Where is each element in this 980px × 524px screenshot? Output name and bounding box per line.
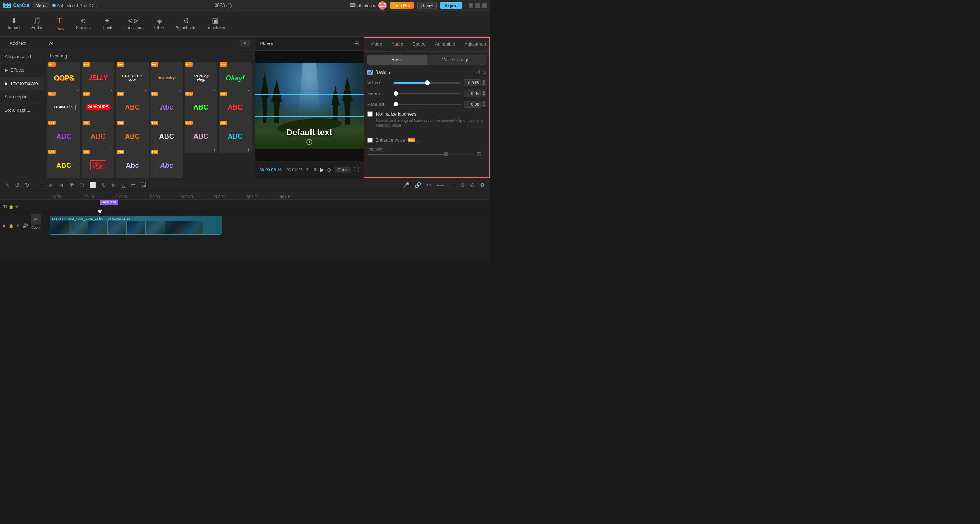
template-tryitnow[interactable]: Pro TRY ITNOW! ⬇ [82, 149, 115, 178]
play-button[interactable]: ▶ [320, 166, 324, 173]
template-abc-yellow[interactable]: Pro ABC ⬇ [47, 149, 80, 178]
normalize-checkbox[interactable] [368, 111, 373, 117]
template-abc-purple2[interactable]: Pro ABC ⬇ [47, 120, 80, 153]
tab-animation[interactable]: Animation [430, 38, 460, 51]
timeline-grid-icon[interactable]: ⊞ [313, 167, 317, 172]
text-template-button[interactable]: ▶ Text template [0, 77, 44, 90]
template-24hours[interactable]: Pro 24 HOURS ⬇ [82, 91, 115, 124]
template-abc-purple3[interactable]: Pro Abc ⬇ [150, 149, 183, 178]
keyframe-button[interactable]: ◇ [483, 70, 486, 75]
filter-button[interactable]: ▼ [240, 40, 250, 47]
options-button[interactable]: ⚙ [478, 181, 487, 189]
shortcuts-button[interactable]: ⌨ Shortcuts [350, 3, 375, 8]
ratio-button[interactable]: Ratio [335, 167, 351, 173]
audio-detach-button[interactable]: ⊖ [468, 181, 477, 189]
minimize-button[interactable]: ─ [469, 3, 473, 8]
template-abc-pink[interactable]: Pro ABC ⬇ [185, 120, 217, 153]
delete-button[interactable]: 🗑 [67, 181, 76, 189]
undo-button[interactable]: ↺ [13, 181, 21, 189]
audio-tab-basic[interactable]: Basic [368, 55, 427, 65]
effects-button[interactable]: ▶ Effects [0, 64, 44, 77]
volume-slider[interactable] [394, 82, 461, 84]
mirror-button[interactable]: ⊳ [109, 181, 118, 189]
tab-audio[interactable]: Audio [387, 38, 408, 51]
toolbar-import[interactable]: ⬇ Import [3, 15, 24, 32]
fade-in-down-btn[interactable]: ▼ [482, 93, 486, 97]
auto-captions-button[interactable]: Auto captio... [0, 90, 44, 104]
template-abc-red2[interactable]: Pro ABC ⬇ [82, 120, 115, 153]
export-button[interactable]: Export [440, 2, 462, 9]
link-button[interactable]: 🔗 [413, 181, 423, 189]
template-coming-up[interactable]: Pro COMING UP... ⬇ [47, 91, 80, 124]
toolbar-stickers[interactable]: ☺ Stickers [72, 15, 95, 32]
template-abc-green[interactable]: Pro ABC ⬇ [185, 91, 217, 124]
template-abc-light[interactable]: Pro Abc ⬇ [116, 149, 149, 178]
flip-button[interactable]: ⇄ [129, 181, 137, 189]
user-avatar[interactable]: C...5 [378, 1, 387, 10]
template-oops[interactable]: Pro OOPS ⬇ [47, 62, 80, 95]
intensity-slider[interactable] [368, 154, 474, 155]
video-clip[interactable]: 16178477-uhd_4096_2160_25fps.mp4 00:02:2… [50, 216, 222, 235]
frame-button[interactable]: ⬜ [88, 181, 98, 189]
template-okay[interactable]: Pro Okay! ⬇ [219, 62, 252, 95]
snap-button[interactable]: ⟺ [434, 181, 446, 189]
toolbar-transitions[interactable]: ⊲⊳ Transitions [119, 15, 147, 32]
template-abc-orange2[interactable]: Pro ABC ⬇ [116, 120, 149, 153]
trim-button[interactable]: ⊳ [47, 181, 56, 189]
tab-video[interactable]: Video [366, 38, 387, 51]
cover-edit-area[interactable]: ✏ Cover [31, 214, 41, 229]
fade-in-slider[interactable] [394, 93, 461, 94]
template-unedited[interactable]: Pro UNEDITEDDAY ⬇ [116, 62, 149, 95]
audio-icon-2[interactable]: 🔊 [23, 223, 28, 228]
template-abc-red[interactable]: Pro ABC ⬇ [219, 91, 252, 124]
add-text-button[interactable]: + Add text [0, 37, 44, 50]
eye-icon[interactable]: 👁 [15, 204, 19, 209]
ai-generated-button[interactable]: AI generated [0, 50, 44, 64]
crop-button[interactable]: ⊲ [57, 181, 65, 189]
tab-speed[interactable]: Speed [408, 38, 430, 51]
toolbar-text[interactable]: T Text [49, 14, 70, 33]
close-button[interactable]: × [482, 3, 487, 8]
fullscreen-button[interactable]: ⛶ [354, 167, 359, 173]
toolbar-filters[interactable]: ◈ Filters [149, 15, 170, 32]
rotate-button[interactable]: △ [119, 181, 127, 189]
redo-button[interactable]: ↻ [23, 181, 31, 189]
audio-tab-voice-changer[interactable]: Voice changer [427, 55, 486, 65]
lock-icon-2[interactable]: 🔒 [8, 223, 14, 228]
lock-icon[interactable]: 🔒 [8, 204, 14, 209]
screenshot-icon[interactable]: ⊙ [327, 167, 332, 173]
cut-button[interactable]: ✂ [425, 181, 433, 189]
template-jelly[interactable]: Pro JELLY ⬇ [82, 62, 115, 95]
toolbar-adjustment[interactable]: ⚙ Adjustment [172, 15, 201, 32]
mic-button[interactable]: 🎤 [401, 181, 411, 189]
loop-button[interactable]: ↻ [100, 181, 108, 189]
local-captions-button[interactable]: Local capti... [0, 104, 44, 117]
cursor-tool-button[interactable]: ↖ [3, 181, 11, 189]
template-abc-orange[interactable]: Pro ABC ⬇ [116, 91, 149, 124]
reset-button[interactable]: ↺ [476, 69, 480, 75]
volume-down-btn[interactable]: ▼ [482, 83, 486, 86]
toolbar-audio[interactable]: 🎵 Audio [26, 15, 47, 32]
template-abc-white[interactable]: Pro ABC ⬇ [150, 120, 183, 153]
eye-icon-2[interactable]: 👁 [16, 223, 20, 228]
timeline-tracks[interactable]: |00:00 |00:10 |00:20 |00:30 |00:40 |00:5… [0, 192, 490, 262]
toolbar-templates[interactable]: ▣ Templates [202, 15, 229, 32]
basic-checkbox[interactable] [368, 70, 373, 75]
template-abc-purple[interactable]: Pro Abc ⬇ [150, 91, 183, 124]
template-abc-cyan[interactable]: Pro ABC ⬇ [219, 120, 252, 153]
join-pro-button[interactable]: Join Pro [390, 2, 414, 9]
zoom-in-button[interactable]: ⊕ [458, 181, 467, 189]
video-text-overlay[interactable]: Default text [286, 128, 332, 138]
fade-out-down-btn[interactable]: ▼ [482, 104, 486, 107]
template-traveling[interactable]: Pro TravelingVlog. ⬇ [185, 62, 217, 95]
cover-edit-icon[interactable]: ✏ [31, 214, 41, 225]
tab-adjustment[interactable]: Adjustment [460, 38, 490, 51]
toolbar-effects[interactable]: ✦ Effects [96, 15, 118, 32]
share-button[interactable]: Share [417, 2, 437, 9]
magnet-button[interactable]: ⋯ [448, 181, 457, 189]
shape-button[interactable]: ⬡ [78, 181, 86, 189]
fade-out-slider[interactable] [394, 104, 461, 105]
split-button[interactable]: ⋮ [36, 181, 46, 189]
template-homevlog[interactable]: Pro homevlog ⬇ [150, 62, 183, 95]
enhance-checkbox[interactable] [368, 138, 373, 143]
